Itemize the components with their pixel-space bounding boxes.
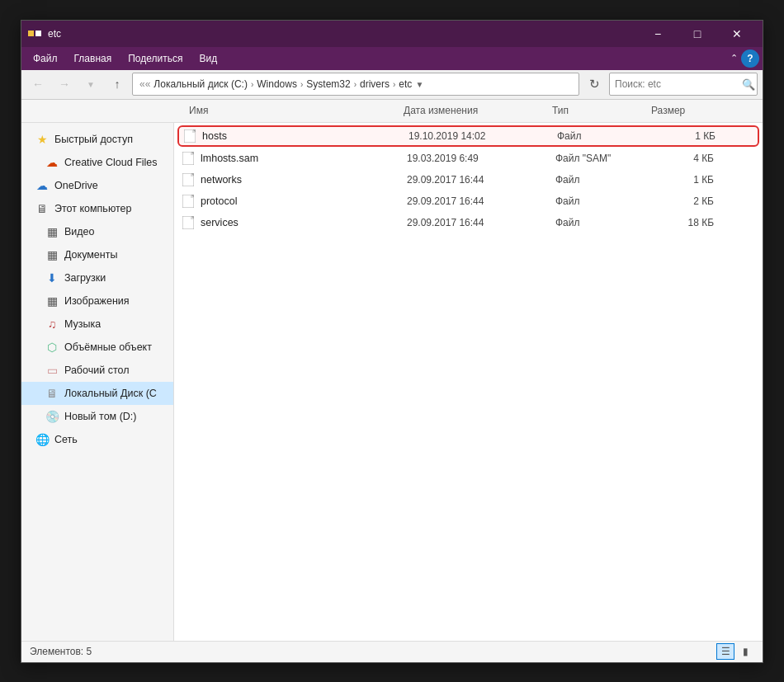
search-icon[interactable]: 🔍 — [742, 78, 755, 91]
file-icon-hosts — [182, 129, 197, 143]
creative-cloud-icon: ☁ — [45, 155, 59, 170]
status-items-count: Элементов: 5 — [30, 646, 92, 657]
file-size-protocol: 2 КБ — [654, 195, 720, 207]
view-tiles-button[interactable]: ▮ — [736, 643, 754, 660]
sidebar-item-new-volume[interactable]: 💿 Новый том (D:) — [21, 405, 173, 428]
sidebar-item-desktop[interactable]: ▭ Рабочий стол — [21, 359, 173, 382]
file-row-services[interactable]: services 29.09.2017 16:44 Файл 18 КБ — [174, 212, 763, 233]
sidebar-label-new-volume: Новый том (D:) — [64, 411, 137, 422]
new-volume-icon: 💿 — [45, 409, 59, 424]
sidebar-label-3d: Объёмные объект — [64, 341, 152, 353]
sidebar-label-downloads: Загрузки — [64, 272, 106, 284]
file-name-services: services — [201, 217, 407, 228]
window-icon — [28, 27, 41, 40]
sidebar-label-video: Видео — [64, 226, 95, 238]
menu-file[interactable]: Файл — [25, 49, 66, 68]
sidebar-label-images: Изображения — [64, 295, 130, 307]
path-segment-windows[interactable]: Windows — [257, 78, 297, 90]
sidebar-item-documents[interactable]: ▦ Документы — [21, 243, 173, 266]
file-row-protocol[interactable]: protocol 29.09.2017 16:44 Файл 2 КБ — [174, 190, 763, 212]
col-header-name[interactable]: Имя — [182, 105, 397, 116]
file-size-networks: 1 КБ — [654, 174, 720, 186]
sidebar-item-video[interactable]: ▦ Видео — [21, 220, 173, 243]
quick-access-icon: ★ — [35, 132, 50, 147]
sidebar-item-onedrive[interactable]: ☁ OneDrive — [21, 174, 173, 197]
main-content: ★ Быстрый доступ ☁ Creative Cloud Files … — [21, 123, 763, 641]
path-segment-system32[interactable]: System32 — [306, 78, 350, 90]
path-arrow-3: › — [354, 80, 357, 89]
file-type-networks: Файл — [555, 174, 654, 186]
file-row-lmhosts[interactable]: lmhosts.sam 19.03.2019 6:49 Файл "SAM" 4… — [174, 148, 763, 169]
help-button[interactable]: ? — [741, 49, 759, 68]
sidebar-item-music[interactable]: ♫ Музыка — [21, 313, 173, 336]
file-icon-lmhosts — [181, 151, 196, 166]
file-type-hosts: Файл — [557, 130, 656, 142]
title-bar-controls: − □ ✕ — [639, 21, 756, 47]
sidebar-item-creative-cloud[interactable]: ☁ Creative Cloud Files — [21, 151, 173, 174]
sidebar: ★ Быстрый доступ ☁ Creative Cloud Files … — [21, 123, 174, 641]
path-segment-etc[interactable]: etc — [399, 78, 412, 90]
3d-icon: ⬡ — [45, 340, 59, 355]
sidebar-item-downloads[interactable]: ⬇ Загрузки — [21, 266, 173, 289]
col-header-date[interactable]: Дата изменения — [397, 105, 545, 116]
menu-chevron-icon[interactable]: ⌃ — [730, 53, 738, 63]
file-name-networks: networks — [201, 174, 407, 186]
music-icon: ♫ — [45, 317, 59, 332]
up-button[interactable]: ↑ — [106, 73, 129, 96]
sidebar-label-this-pc: Этот компьютер — [54, 203, 131, 214]
search-input[interactable] — [615, 78, 739, 90]
menu-bar-right: ⌃ ? — [730, 49, 759, 68]
path-segment-drivers[interactable]: drivers — [360, 78, 390, 90]
file-type-lmhosts: Файл "SAM" — [555, 153, 654, 164]
file-icon-protocol — [181, 194, 196, 209]
search-box[interactable]: 🔍 — [609, 73, 758, 96]
file-date-networks: 29.09.2017 16:44 — [407, 174, 555, 186]
sidebar-item-local-disk[interactable]: 🖥 Локальный Диск (C — [21, 382, 173, 405]
view-buttons: ☰ ▮ — [716, 643, 754, 660]
view-details-button[interactable]: ☰ — [716, 643, 734, 660]
title-bar: etc − □ ✕ — [21, 21, 763, 47]
close-button[interactable]: ✕ — [718, 21, 756, 47]
sidebar-label-documents: Документы — [64, 249, 117, 261]
path-arrow-1: › — [251, 80, 253, 89]
sidebar-item-3d[interactable]: ⬡ Объёмные объект — [21, 336, 173, 359]
col-header-type[interactable]: Тип — [545, 105, 645, 116]
forward-button[interactable]: → — [53, 73, 76, 96]
file-row-networks[interactable]: networks 29.09.2017 16:44 Файл 1 КБ — [174, 169, 763, 190]
refresh-button[interactable]: ↻ — [583, 73, 606, 96]
menu-home[interactable]: Главная — [66, 49, 120, 68]
file-row-hosts[interactable]: hosts 19.10.2019 14:02 Файл 1 КБ — [177, 125, 759, 147]
menu-share[interactable]: Поделиться — [120, 49, 191, 68]
maximize-button[interactable]: □ — [678, 21, 716, 47]
col-header-size[interactable]: Размер — [645, 105, 711, 116]
file-name-lmhosts: lmhosts.sam — [201, 153, 407, 164]
path-segment-c[interactable]: Локальный диск (C:) — [153, 78, 248, 90]
title-bar-left: etc — [28, 27, 61, 40]
address-path[interactable]: «« Локальный диск (C:) › Windows › Syste… — [132, 73, 579, 96]
file-list: hosts 19.10.2019 14:02 Файл 1 КБ lmhosts… — [174, 123, 763, 641]
file-date-hosts: 19.10.2019 14:02 — [409, 130, 557, 142]
sidebar-label-onedrive: OneDrive — [54, 180, 98, 191]
sidebar-item-quick-access[interactable]: ★ Быстрый доступ — [21, 128, 173, 151]
file-size-hosts: 1 КБ — [656, 130, 722, 142]
file-date-protocol: 29.09.2017 16:44 — [407, 195, 555, 207]
menu-view[interactable]: Вид — [191, 49, 225, 68]
icon-white-sq — [35, 31, 41, 36]
network-icon: 🌐 — [35, 432, 50, 447]
minimize-button[interactable]: − — [639, 21, 677, 47]
sidebar-item-images[interactable]: ▦ Изображения — [21, 289, 173, 313]
sidebar-item-this-pc[interactable]: 🖥 Этот компьютер — [21, 197, 173, 220]
sidebar-item-network[interactable]: 🌐 Сеть — [21, 428, 173, 451]
file-type-protocol: Файл — [555, 195, 654, 207]
recent-button[interactable]: ▼ — [79, 73, 102, 96]
local-disk-icon: 🖥 — [45, 386, 59, 401]
desktop-icon: ▭ — [45, 363, 59, 378]
file-name-protocol: protocol — [201, 195, 407, 207]
file-type-services: Файл — [555, 217, 654, 228]
path-arrow-4: › — [393, 80, 395, 89]
path-dropdown-icon[interactable]: ▼ — [415, 80, 423, 89]
documents-icon: ▦ — [45, 247, 59, 262]
sidebar-label-music: Музыка — [64, 318, 101, 330]
explorer-window: etc − □ ✕ Файл Главная Поделиться Вид ⌃ … — [21, 20, 763, 663]
back-button[interactable]: ← — [26, 73, 50, 96]
